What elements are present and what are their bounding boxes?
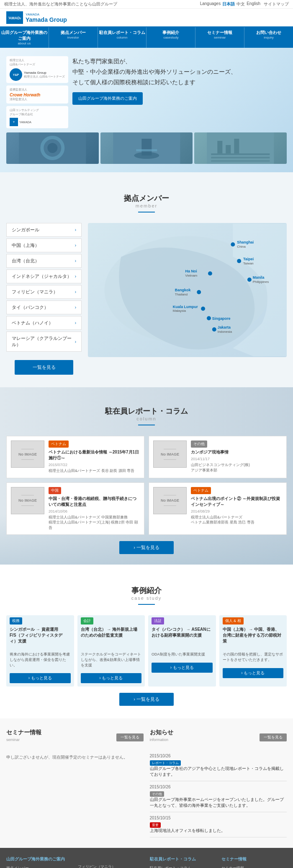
svg-rect-11 bbox=[211, 157, 270, 158]
member-vietnam[interactable]: ベトナム（ハノイ）› bbox=[6, 316, 82, 330]
report-card-3-image: No IMAGE bbox=[11, 487, 44, 514]
yamada-partners-box: 税理士法人山田&パートナーズ Y&P Yamada Group税理士法人 山田&… bbox=[6, 56, 68, 83]
consulting-icon: Y bbox=[10, 118, 18, 126]
case-header: 事例紹介 case study bbox=[0, 577, 293, 615]
nav-about[interactable]: 山田グループ海外業務のご案内 about us bbox=[0, 27, 49, 48]
lang-zh[interactable]: 中文 bbox=[236, 1, 245, 7]
members-section: 拠点メンバー member シンガポール› 中国（上海）› 台湾（台北）› イン… bbox=[0, 172, 293, 387]
report-card-3-title: 中国・台湾・香港の相続税、贈与税手続きについての概覧と注意点 bbox=[49, 496, 140, 508]
logo[interactable]: YAMADA YAMADA Yamada Group bbox=[6, 11, 67, 24]
report-card-1-title: ベトナムにおける最新法令情報 ～2015年7月1日施行①～ bbox=[49, 449, 140, 461]
svg-point-17 bbox=[231, 242, 235, 246]
case-card-3-title: タイ（バンコク） → ASEANにおける副府事業展開の支援 bbox=[152, 627, 213, 648]
footer-link-seminar[interactable]: セミナー情報 bbox=[221, 865, 287, 868]
case-view-all-button[interactable]: › 一覧を見る bbox=[119, 693, 174, 706]
news-item-3-content: 重要 上海現地法人オフィスを移転しました。 bbox=[150, 821, 287, 834]
case-card-3-tag: 法証 bbox=[152, 617, 164, 624]
report-card-2-info: その他 カンボジア現地事情 2014/11/17 山田ビジネスコンサルティング(… bbox=[191, 440, 282, 474]
lang-ja[interactable]: 日本語 bbox=[222, 1, 235, 7]
footer-link-members[interactable]: 拠点メンバー bbox=[6, 865, 72, 868]
svg-text:Taiwan: Taiwan bbox=[243, 262, 254, 265]
news-en: information bbox=[150, 738, 173, 742]
member-indonesia[interactable]: インドネシア（ジャカルタ）› bbox=[6, 269, 82, 283]
hero-cta-button[interactable]: 山田グループ海外業務のご案内 bbox=[72, 92, 143, 105]
case-section: 事例紹介 case study 税務 シンガポール → 資産運用F/S（フィジビ… bbox=[0, 565, 293, 718]
news-item-2-content: その他 山田グループ海外事業ホームページをオープンいたしました。グループ一丸とな… bbox=[150, 790, 287, 808]
report-card-2-author: 山田ビジネスコンサルティング(株)アジア事業本部 bbox=[191, 462, 282, 473]
footer-link-report[interactable]: 駐在員レポート・コラム bbox=[150, 865, 215, 868]
member-singapore[interactable]: シンガポール› bbox=[6, 223, 82, 237]
members-divider bbox=[138, 212, 155, 212]
nav-contact[interactable]: お問い合わせ inquiry bbox=[244, 27, 293, 48]
hero-images bbox=[6, 132, 287, 164]
report-card-2-title: カンボジア現地事情 bbox=[191, 449, 282, 455]
case-card-2-desc: ステークホルダーをコーディネートしながら、改善&効果良い上場事情を支援 bbox=[77, 650, 145, 670]
nav-case[interactable]: 事例紹介 casestudy bbox=[146, 27, 195, 48]
svg-rect-10 bbox=[211, 153, 270, 155]
footer-link-philippines[interactable]: フィリピン（マニラ） bbox=[78, 864, 143, 868]
members-view-all-button[interactable]: 一覧を見る bbox=[15, 360, 73, 375]
lang-en[interactable]: English bbox=[247, 1, 260, 7]
case-card-4-more-button[interactable]: › もっと見る bbox=[223, 668, 284, 678]
language-selector[interactable]: Languages 日本語 中文 English bbox=[200, 1, 260, 7]
report-card-4-author: 税理士法人山田&パートナーズベトナム業務部准部長 星島 浩巳 専吾 bbox=[191, 515, 282, 525]
news-item-3-tag: 重要 bbox=[150, 822, 161, 828]
yamada-icon: Y&P bbox=[10, 68, 22, 81]
svg-text:Manila: Manila bbox=[253, 275, 265, 280]
case-card-4-title: 中国（上海） → 中国、香港、台湾に財産を持する万の節税対策 bbox=[223, 627, 284, 648]
news-view-all-button[interactable]: 一覧を見る bbox=[260, 733, 287, 741]
hero-heading: 私たち専門家集団が、 中堅・中小企業様の海外進出や海外ソリューションのニーズ、 … bbox=[72, 56, 287, 88]
svg-rect-15 bbox=[234, 139, 239, 153]
hero-text: 私たち専門家集団が、 中堅・中小企業様の海外進出や海外ソリューションのニーズ、 … bbox=[72, 56, 287, 105]
news-item-1-text: 山田グループ各社のアジアを中心とした現地レポート・コラムを掲載しております。 bbox=[150, 766, 287, 777]
report-card-3-tag: 中国 bbox=[49, 487, 61, 494]
case-card-1-more-button[interactable]: › もっと見る bbox=[10, 673, 71, 683]
svg-text:China: China bbox=[237, 245, 246, 249]
nav-members[interactable]: 拠点メンバー investor bbox=[49, 27, 98, 48]
member-china[interactable]: 中国（上海）› bbox=[6, 238, 82, 252]
seminar-empty-message: 申し訳ございませんが、現在開催予定のセミナーはありません。 bbox=[6, 750, 144, 764]
report-card-2-image: No IMAGE bbox=[153, 440, 187, 468]
footer-col-3-title: 駐在員レポート・コラム bbox=[150, 856, 215, 862]
case-card-2-more-button[interactable]: › もっと見る bbox=[81, 673, 142, 683]
top-bar: 税理士法人、海外進出など海外事業のことなら山田グループ Languages 日本… bbox=[0, 0, 293, 9]
sitemap-link[interactable]: サイトマップ bbox=[264, 1, 289, 7]
logo-brand: Yamada Group bbox=[26, 16, 67, 23]
svg-point-29 bbox=[197, 290, 201, 294]
case-card-2-tag: 会計 bbox=[81, 617, 93, 624]
footer-col-4-title: セミナー情報 bbox=[221, 856, 287, 862]
svg-text:YAMADA: YAMADA bbox=[8, 16, 21, 20]
case-card-3: 法証 タイ（バンコク） → ASEANにおける副府事業展開の支援 ODA制度を用… bbox=[148, 615, 216, 687]
member-taiwan[interactable]: 台湾（台北）› bbox=[6, 254, 82, 268]
report-card-4-date: 2014/08/29 bbox=[191, 509, 282, 513]
report-card-1: No IMAGE ベトナム ベトナムにおける最新法令情報 ～2015年7月1日施… bbox=[6, 436, 144, 478]
case-card-3-more-button[interactable]: › もっと見る bbox=[152, 663, 213, 673]
member-malaysia[interactable]: マレーシア（クアラルンプール）› bbox=[6, 332, 82, 352]
case-card-1-tag: 税務 bbox=[10, 617, 22, 624]
report-view-all-button[interactable]: › 一覧を見る bbox=[119, 541, 174, 554]
report-card-2-tag: その他 bbox=[191, 440, 207, 448]
footer-col-1-title: 山田グループ海外業務のご案内 bbox=[6, 856, 72, 862]
report-grid: No IMAGE ベトナム ベトナムにおける最新法令情報 ～2015年7月1日施… bbox=[0, 436, 293, 535]
members-view-all-wrapper: 一覧を見る bbox=[6, 356, 82, 375]
news-item-1: 2015/10/26 レポート・コラム 山田グループ各社のアジアを中心とした現地… bbox=[150, 750, 287, 781]
report-header: 駐在員レポート・コラム column bbox=[0, 398, 293, 436]
seminar-title: セミナー情報 bbox=[6, 729, 41, 736]
svg-text:Jakarta: Jakarta bbox=[218, 325, 231, 329]
hero-content: 税理士法人山田&パートナーズ Y&P Yamada Group税理士法人 山田&… bbox=[6, 56, 287, 128]
footer-links: 山田グループ海外業務のご案内 拠点メンバー シンガポール 中国（上海） 台湾（台… bbox=[0, 848, 293, 868]
members-list: シンガポール› 中国（上海）› 台湾（台北）› インドネシア（ジャカルタ）› フ… bbox=[6, 223, 82, 375]
case-card-4: 個人 & 相 中国（上海） → 中国、香港、台湾に財産を持する万の節税対策 その… bbox=[219, 615, 287, 687]
member-thailand[interactable]: タイ（バンコク）› bbox=[6, 301, 82, 314]
nav-seminar[interactable]: セミナー情報 seminar bbox=[195, 27, 244, 48]
svg-point-32 bbox=[201, 307, 205, 311]
crowe-horwath-box: 提携監査法人 Crowe Horwath 清和監査法人 bbox=[6, 86, 68, 104]
case-card-2-title: 台湾（台北） → 海外新規上場のための会計監査支援 bbox=[81, 627, 142, 648]
member-philippines[interactable]: フィリピン（マニラ）› bbox=[6, 285, 82, 299]
nav-report[interactable]: 駐在員レポート・コラム column bbox=[98, 27, 147, 48]
news-item-2: 2015/10/26 その他 山田グループ海外事業ホームページをオープンいたしま… bbox=[150, 781, 287, 812]
seminar-view-all-button[interactable]: 一覧を見る bbox=[116, 733, 144, 741]
report-card-3-info: 中国 中国・台湾・香港の相続税、贈与税手続きについての概覧と注意点 2014/1… bbox=[49, 487, 140, 531]
news-item-1-tag: レポート・コラム bbox=[150, 760, 181, 766]
report-card-4-title: ベトナム出境のポイント② ～外資規制及び投資インセンティブ～ bbox=[191, 496, 282, 508]
